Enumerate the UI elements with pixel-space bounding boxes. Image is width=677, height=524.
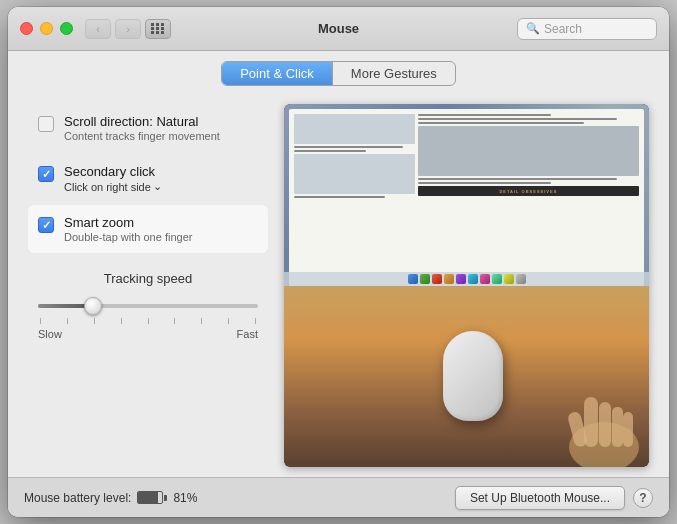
tick-4 [121,318,122,324]
slider-ticks [38,318,258,324]
mag-text-8 [418,182,551,184]
tick-5 [148,318,149,324]
search-icon: 🔍 [526,22,540,35]
mag-img-3 [418,126,639,176]
dock-icon-6 [468,274,478,284]
tick-2 [67,318,68,324]
secondary-click-option: ✓ Secondary click Click on right side ⌄ [28,154,268,203]
main-content: Scroll direction: Natural Content tracks… [8,94,669,477]
mag-text-7 [418,178,617,180]
battery-section: Mouse battery level: 81% [24,491,197,505]
minimize-button[interactable]: − [40,22,53,35]
preview-screenshot-bottom [284,286,649,468]
mag-text-1 [294,146,403,148]
tick-7 [201,318,202,324]
tick-1 [40,318,41,324]
tab-more-gestures[interactable]: More Gestures [333,62,455,85]
tracking-section: Tracking speed [28,271,268,340]
nav-buttons: ‹ › [85,19,141,39]
tab-group: Point & Click More Gestures [221,61,456,86]
svg-rect-4 [623,412,633,447]
close-button[interactable]: ✕ [20,22,33,35]
grid-icon [151,23,165,34]
magazine-page: DETAIL OBSESSIVES [289,109,644,286]
left-panel: Scroll direction: Natural Content tracks… [28,104,268,467]
scroll-direction-option: Scroll direction: Natural Content tracks… [28,104,268,152]
checkbox-checked-icon: ✓ [38,166,54,182]
preview-screenshot-top: DETAIL OBSESSIVES [284,104,649,286]
preview-image: DETAIL OBSESSIVES [284,104,649,467]
tabs-row: Point & Click More Gestures [8,51,669,94]
mag-img-1 [294,114,415,144]
scroll-direction-checkbox[interactable] [38,116,54,132]
smart-zoom-option: ✓ Smart zoom Double-tap with one finger [28,205,268,253]
svg-rect-2 [599,402,611,447]
mag-text-2 [294,150,366,152]
scroll-direction-title: Scroll direction: Natural [64,114,220,129]
titlebar: ✕ − + ‹ › Mouse 🔍 Search [8,7,669,51]
battery-tip [164,495,167,501]
slider-slow-label: Slow [38,328,62,340]
slider-track [38,304,258,308]
dock-icon-1 [408,274,418,284]
checkbox-checked-icon-2: ✓ [38,217,54,233]
dock-icon-7 [480,274,490,284]
slider-fast-label: Fast [237,328,258,340]
search-input[interactable]: Search [544,22,648,36]
secondary-click-checkbox[interactable]: ✓ [38,166,54,182]
tab-point-and-click[interactable]: Point & Click [222,62,332,85]
forward-button[interactable]: › [115,19,141,39]
dock-icon-2 [420,274,430,284]
traffic-lights: ✕ − + [20,22,73,35]
smart-zoom-subtitle: Double-tap with one finger [64,231,192,243]
mag-text-5 [418,118,617,120]
bottom-bar: Mouse battery level: 81% Set Up Bluetoot… [8,477,669,517]
mag-text-4 [418,114,551,116]
bluetooth-setup-button[interactable]: Set Up Bluetooth Mouse... [455,486,625,510]
tracking-slider-container [38,296,258,316]
secondary-click-title: Secondary click [64,164,162,179]
svg-rect-3 [612,407,623,447]
mag-img-2 [294,154,415,194]
back-button[interactable]: ‹ [85,19,111,39]
battery-icon [137,491,167,504]
search-box[interactable]: 🔍 Search [517,18,657,40]
tick-3 [94,318,95,324]
dock-icon-3 [432,274,442,284]
tracking-label: Tracking speed [38,271,258,286]
maximize-button[interactable]: + [60,22,73,35]
battery-label: Mouse battery level: [24,491,131,505]
dock-icon-5 [456,274,466,284]
battery-body [137,491,163,504]
smart-zoom-checkbox[interactable]: ✓ [38,217,54,233]
tick-8 [228,318,229,324]
scroll-direction-text: Scroll direction: Natural Content tracks… [64,114,220,142]
slider-labels: Slow Fast [38,328,258,340]
mag-header: DETAIL OBSESSIVES [418,186,639,196]
tick-9 [255,318,256,324]
dock-icon-8 [492,274,502,284]
dock-bar [284,272,649,286]
slider-thumb[interactable] [84,297,102,315]
dock-icon-10 [516,274,526,284]
dock-icon-4 [444,274,454,284]
bottom-right: Set Up Bluetooth Mouse... ? [455,486,653,510]
secondary-click-text: Secondary click Click on right side ⌄ [64,164,162,193]
help-button[interactable]: ? [633,488,653,508]
mag-text-3 [294,196,385,198]
secondary-click-dropdown[interactable]: Click on right side ⌄ [64,180,162,193]
system-preferences-window: ✕ − + ‹ › Mouse 🔍 Search [8,7,669,517]
smart-zoom-title: Smart zoom [64,215,192,230]
battery-fill [138,492,157,503]
tick-6 [174,318,175,324]
mag-header-text: DETAIL OBSESSIVES [499,189,557,194]
hand-icon [529,367,649,467]
dock-icon-9 [504,274,514,284]
grid-view-button[interactable] [145,19,171,39]
checkbox-unchecked-icon [38,116,54,132]
battery-percent: 81% [173,491,197,505]
mouse-shape [443,331,503,421]
mag-text-6 [418,122,584,124]
smart-zoom-text: Smart zoom Double-tap with one finger [64,215,192,243]
window-title: Mouse [318,21,359,36]
